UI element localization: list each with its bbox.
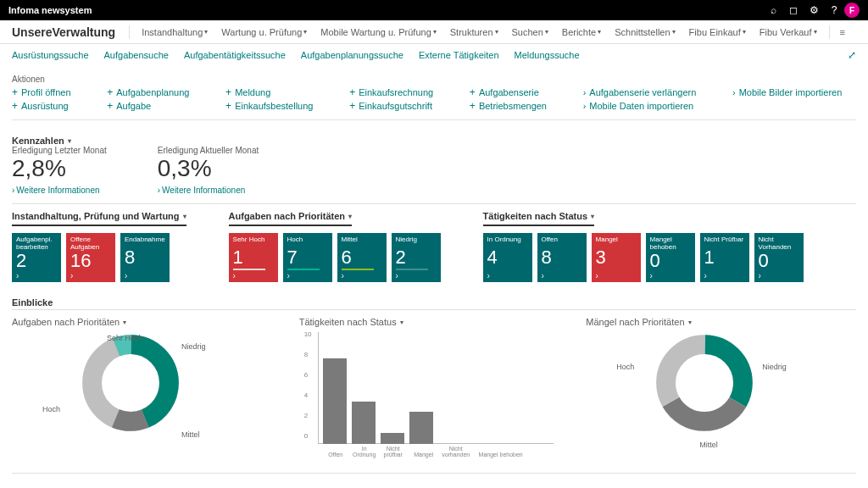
nav-suchen[interactable]: Suchen▾ [507,24,554,41]
xlabel: Offen [321,452,350,458]
plus-icon: + [470,101,476,111]
chevron-down-icon: ▾ [743,28,746,36]
tile-mangel[interactable]: Mangel3› [592,233,641,282]
action-einkaufsrechnung[interactable]: +Einkaufsrechnung [349,87,448,97]
group-title[interactable]: Instandhaltung, Prüfung und Wartung▾ [12,211,186,226]
chart-aufgaben-prioritaeten: Aufgaben nach Prioritäten▾ Sehr Hoch Nie… [12,317,282,459]
tile-in-ordnung[interactable]: In Ordnung4› [483,233,532,282]
group-title[interactable]: Tätigkeiten nach Status▾ [483,211,594,226]
subnav-aufgabentaetigkeitssuche[interactable]: Aufgabentätigkeitssuche [184,50,286,60]
chart-title[interactable]: Aufgaben nach Prioritäten▾ [12,317,126,327]
ytick: 6 [304,371,308,379]
xlabel: Mangel behoben [477,452,525,458]
plus-icon: + [225,87,231,97]
chevron-down-icon: ▾ [433,28,437,36]
chevron-down-icon: ▾ [400,319,403,326]
subnav-ausruestungssuche[interactable]: Ausrüstungssuche [12,50,89,60]
bar-nicht-pruefbar [381,433,404,444]
chart-title[interactable]: Mängel nach Prioritäten▾ [586,317,691,327]
subnav-aufgabensuche[interactable]: Aufgabensuche [104,50,169,60]
nav-fibu-einkauf[interactable]: Fibu Einkauf▾ [684,24,751,41]
action-ausruestung[interactable]: +Ausrüstung [12,101,85,111]
tile-mittel[interactable]: Mittel6› [337,233,387,282]
action-profil-oeffnen[interactable]: +Profil öffnen [12,87,85,97]
tile-offen[interactable]: Offen8› [537,233,587,282]
group-instandhaltung: Instandhaltung, Prüfung und Wartung▾ Auf… [12,211,186,282]
nav-fibu-verkauf[interactable]: Fibu Verkauf▾ [754,24,822,41]
tile-offene-aufgaben[interactable]: Offene Aufgaben16› [66,233,115,282]
xlabel: Nicht prüfbar [379,446,408,458]
arrow-icon: › [583,87,587,97]
subnav-meldungssuche[interactable]: Meldungssuche [515,50,580,60]
chevron-down-icon: ▾ [672,28,676,36]
action-aufgabenserie-verlaengern[interactable]: ›Aufgabenserie verlängern [583,87,710,97]
plus-icon: + [107,101,113,111]
kpi-value: 0,3% [158,155,259,182]
nav-schnittstellen[interactable]: Schnittstellen▾ [609,24,680,41]
plus-icon: + [349,87,355,97]
action-aufgabe[interactable]: +Aufgabe [107,101,203,111]
kpi-label: Erledigung Letzter Monat [12,146,107,155]
tile-niedrig[interactable]: Niedrig2› [392,233,441,282]
kpi-erledigung-letzter-monat: Erledigung Letzter Monat 2,8% ›Weitere I… [12,146,107,195]
tile-aufgabenpl-bearbeiten[interactable]: Aufgabenpl. bearbeiten2› [12,233,61,282]
action-aufgabenplanung[interactable]: +Aufgabenplanung [107,87,203,97]
donut-label-hoch: Hoch [616,363,634,371]
xlabel: Nicht vorhanden [435,446,477,458]
search-icon[interactable]: ⌕ [763,4,783,16]
xlabel: In Ordnung [350,446,379,458]
avatar[interactable]: F [844,3,860,18]
tile-sehr-hoch[interactable]: Sehr Hoch1› [229,233,278,282]
subnav-externe-taetigkeiten[interactable]: Externe Tätigkeiten [419,50,499,60]
action-betriebsmengen[interactable]: +Betriebsmengen [470,101,561,111]
action-mobile-bilder-importieren[interactable]: ›Mobile Bilder importieren [732,87,856,97]
tile-mangel-behoben[interactable]: Mangel behoben0› [646,233,695,282]
nav-strukturen[interactable]: Strukturen▾ [445,24,504,41]
ytick: 10 [304,330,312,338]
chevron-down-icon: ▾ [204,28,208,36]
chevron-down-icon: ▾ [495,28,498,36]
kpi-link[interactable]: ›Weitere Informationen [158,186,246,195]
chart-taetigkeiten-status: Tätigkeiten nach Status▾ 10 8 6 4 2 0 Of… [299,317,570,459]
sub-nav: Ausrüstungssuche Aufgabensuche Aufgabent… [0,44,868,66]
ytick: 8 [304,351,308,358]
action-aufgabenserie[interactable]: +Aufgabenserie [470,87,561,97]
settings-icon[interactable]: ⚙ [804,4,824,16]
group-title[interactable]: Aufgaben nach Prioritäten▾ [229,211,353,226]
nav-mobile-wartung[interactable]: Mobile Wartung u. Prüfung▾ [315,24,441,41]
arrow-icon: › [583,101,587,111]
kpi-link[interactable]: ›Weitere Informationen [12,186,100,195]
chevron-down-icon: ▾ [303,28,307,36]
einblicke-heading: Einblicke [12,297,856,308]
nav-berichte[interactable]: Berichte▾ [557,24,606,41]
action-mobile-daten-importieren[interactable]: ›Mobile Daten importieren [583,101,710,111]
donut-chart-icon [654,332,755,434]
chart-title[interactable]: Tätigkeiten nach Status▾ [299,317,403,327]
action-einkaufsbestellung[interactable]: +Einkaufsbestellung [225,101,327,111]
plus-icon: + [12,101,18,111]
aktionen-grid: +Profil öffnen +Aufgabenplanung +Meldung… [12,87,856,111]
tile-nicht-pruefbar[interactable]: Nicht Prüfbar1› [700,233,749,282]
chevron-down-icon: ▾ [123,319,126,326]
help-icon[interactable]: ? [824,4,844,16]
expand-icon[interactable]: ⤢ [848,49,856,61]
chevron-down-icon: ▾ [814,28,817,36]
action-einkaufsgutschrift[interactable]: +Einkaufsgutschrift [349,101,448,111]
action-meldung[interactable]: +Meldung [225,87,327,97]
nav-wartung[interactable]: Wartung u. Prüfung▾ [216,24,312,41]
donut-label-mittel: Mittel [699,441,718,449]
group-status: Tätigkeiten nach Status▾ In Ordnung4› Of… [483,211,804,282]
donut-label-mittel: Mittel [181,430,200,439]
ytick: 4 [304,391,308,399]
tile-hoch[interactable]: Hoch7› [283,233,332,282]
tile-endabnahme[interactable]: Endabnahme8› [120,233,170,282]
xlabel: Mangel [409,452,438,458]
subnav-aufgabenplanungssuche[interactable]: Aufgabenplanungssuche [301,50,403,60]
chevron-down-icon: ▾ [68,137,71,145]
kennzahlen-heading[interactable]: Kennzahlen▾ [12,136,71,146]
notifications-icon[interactable]: ◻ [783,4,804,16]
chart-maengel-prioritaeten: Mängel nach Prioritäten▾ Hoch Niedrig Mi… [586,317,856,459]
nav-more-icon[interactable]: ≡ [840,27,845,37]
nav-instandhaltung[interactable]: Instandhaltung▾ [136,24,213,41]
tile-nicht-vorhanden[interactable]: Nicht Vorhanden0› [754,233,804,282]
